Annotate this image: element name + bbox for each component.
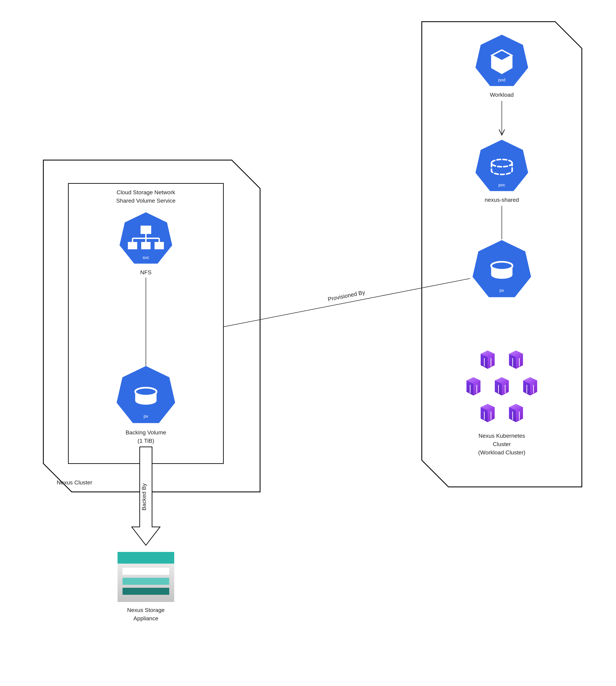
storage-appliance-icon [117,552,174,602]
pvc-icon: pvc [476,140,528,191]
svg-point-14 [141,390,150,393]
pod-badge: pod [498,78,505,82]
backing-pv-icon: pv [117,366,175,423]
svg-rect-10 [155,243,163,249]
workload-cluster-container: pod Workload pvc nexus-shared [422,22,582,487]
backing-pv-badge: pv [144,414,148,419]
svg-rect-17 [123,568,169,575]
workload-pv-icon: pv [472,240,531,297]
backed-by-arrow: Backed By [132,447,160,545]
service-title-line2: Shared Volume Service [116,197,175,204]
architecture-diagram: Nexus Cluster Cloud Storage Network Shar… [0,0,616,686]
workload-cluster-footer-l1: Nexus Kubernetes [479,432,525,439]
workload-cluster-footer-l2: Cluster [493,441,511,447]
svg-point-25 [498,264,506,267]
svg-rect-16 [117,552,174,564]
svg-rect-2 [141,226,151,233]
pvc-badge: pvc [499,183,505,188]
backed-by-label: Backed By [141,484,147,511]
svg-rect-8 [129,243,136,249]
shared-volume-service-box: Cloud Storage Network Shared Volume Serv… [68,184,223,464]
svc-badge: svc [143,255,149,260]
nexus-cluster-title: Nexus Cluster [57,479,92,486]
service-title-line1: Cloud Storage Network [116,189,175,195]
svc-icon: svc [119,212,172,264]
k8s-nodes-icon [466,350,537,422]
svg-rect-9 [142,243,150,249]
svg-rect-19 [123,588,169,595]
svg-rect-18 [123,578,169,585]
workload-cluster-footer-l3: (Workload Cluster) [478,449,526,455]
storage-label-l2: Appliance [133,615,158,621]
backing-pv-label-l1: Backing Volume [126,429,166,435]
pod-label: Workload [490,91,514,98]
pod-icon: pod [476,35,528,86]
svc-label: NFS [140,269,152,276]
storage-label-l1: Nexus Storage [127,607,165,613]
provisioned-by-label: Provisioned By [327,289,366,302]
backing-pv-label-l2: (1 TiB) [137,437,154,444]
workload-pv-badge: pv [500,288,504,293]
pvc-label: nexus-shared [485,197,519,203]
